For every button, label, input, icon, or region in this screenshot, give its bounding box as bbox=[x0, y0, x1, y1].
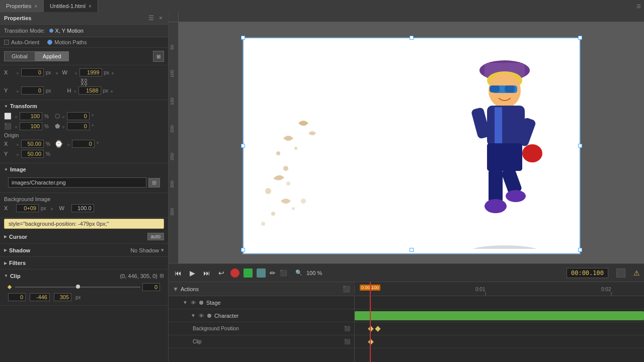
handle-top-left[interactable] bbox=[241, 36, 245, 40]
shadow-arrow: ▶ bbox=[4, 248, 7, 252]
cursor-section: ▶ Cursor auto bbox=[0, 230, 168, 244]
auto-orient-checkbox[interactable] bbox=[4, 40, 9, 45]
panel-close-btn[interactable]: × bbox=[157, 14, 164, 22]
shadow-dropdown[interactable]: ▾ bbox=[161, 247, 164, 253]
applied-btn[interactable]: Applied bbox=[35, 51, 69, 61]
clip-slider[interactable] bbox=[15, 287, 140, 288]
stage-eye[interactable]: 👁 bbox=[191, 300, 196, 306]
tab-document-close[interactable]: × bbox=[89, 4, 92, 9]
origin-arrows2: ⬦ bbox=[67, 141, 70, 147]
clip-right: (0, 446, 305, 0) ⊞ bbox=[120, 273, 164, 279]
view-options-btn[interactable]: ⊞ bbox=[153, 51, 164, 62]
xywh-row2: Y ⬦ px H ⬦ px ⬦ bbox=[4, 86, 164, 95]
svg-point-43 bbox=[294, 147, 297, 150]
track-stage[interactable]: ▼ 👁 Stage bbox=[169, 296, 354, 309]
scale-y-input[interactable] bbox=[20, 122, 42, 130]
panel-menu-icon[interactable]: ☰ bbox=[633, 0, 644, 12]
clip-values-row: px bbox=[4, 292, 164, 302]
origin-x-input[interactable] bbox=[21, 140, 44, 148]
handle-bot-mid[interactable] bbox=[410, 248, 414, 252]
global-btn[interactable]: Global bbox=[4, 51, 35, 61]
transform-header[interactable]: ▼ Transform bbox=[4, 103, 164, 109]
forward-btn[interactable]: ⏭ bbox=[201, 268, 212, 278]
motion-paths-radio[interactable] bbox=[47, 40, 52, 45]
bg-x-unit: px bbox=[41, 206, 46, 211]
tab-properties-close[interactable]: × bbox=[34, 4, 37, 9]
clip-v3-input[interactable] bbox=[54, 293, 71, 301]
image-header[interactable]: ▼ Image bbox=[4, 166, 164, 172]
svg-text:50: 50 bbox=[170, 45, 175, 50]
y-input[interactable] bbox=[21, 86, 44, 95]
clip-val1-input[interactable] bbox=[142, 283, 160, 291]
expand-btn[interactable]: ⬛ bbox=[280, 269, 287, 277]
motion-paths-check[interactable]: Motion Paths bbox=[47, 39, 87, 45]
svg-point-42 bbox=[276, 151, 280, 155]
position-section: X ⬦ px ⬦ W ⬦ px ⬦ ⛓ Y ⬦ px H ⬦ bbox=[0, 65, 168, 100]
clip-v2-input[interactable] bbox=[30, 293, 50, 301]
origin-y-input[interactable] bbox=[21, 150, 44, 158]
stage-collapse[interactable]: ▼ bbox=[183, 300, 188, 305]
svg-rect-36 bbox=[487, 143, 522, 171]
char-collapse[interactable]: ▼ bbox=[191, 313, 196, 318]
scale-x-unit: % bbox=[44, 114, 49, 119]
timeline-tracks-container: ▼ 👁 Stage ▼ 👁 Character bbox=[169, 296, 644, 362]
h-label: H bbox=[67, 87, 71, 94]
skew2-arrows: ⬦ bbox=[62, 124, 65, 129]
panel-menu-btn[interactable]: ☰ bbox=[147, 14, 155, 22]
bg-pos-track-name: Background Position bbox=[193, 326, 239, 331]
char-eye[interactable]: 👁 bbox=[199, 313, 204, 319]
handle-bot-left[interactable] bbox=[241, 248, 245, 252]
origin-section: Origin X ⬦ % ⌚ ⬦ ° Y ⬦ % bbox=[4, 132, 164, 158]
tab-properties[interactable]: Properties × bbox=[0, 0, 44, 12]
handle-top-right[interactable] bbox=[578, 36, 582, 40]
svg-point-49 bbox=[301, 199, 306, 204]
green-btn[interactable] bbox=[244, 268, 253, 278]
w-input[interactable] bbox=[79, 68, 102, 76]
clip-expand[interactable]: ⬛ bbox=[344, 339, 350, 344]
ruler-horizontal: 50 100 150 200 250 300 350 400 450 500 bbox=[169, 12, 644, 22]
character-svg bbox=[439, 53, 550, 249]
play-btn[interactable]: ▶ bbox=[188, 268, 197, 278]
origin-y-label: Y bbox=[4, 151, 14, 157]
svg-text:300: 300 bbox=[170, 180, 175, 188]
origin-rot-input[interactable] bbox=[72, 140, 95, 148]
timeline-collapse[interactable]: ▼ bbox=[173, 286, 179, 293]
track-bg-pos: Background Position ⬛ bbox=[169, 322, 354, 335]
tab-properties-label: Properties bbox=[6, 3, 31, 9]
x-input[interactable] bbox=[21, 68, 44, 76]
cursor-auto-btn[interactable]: auto bbox=[147, 233, 164, 240]
handle-top-mid[interactable] bbox=[410, 36, 414, 40]
teal-btn[interactable] bbox=[257, 268, 266, 278]
rewind-btn[interactable]: ⏮ bbox=[173, 268, 184, 278]
edit-icon-btn[interactable]: ✏ bbox=[270, 269, 276, 277]
handle-mid-left[interactable] bbox=[241, 144, 245, 148]
time-options[interactable] bbox=[616, 268, 625, 278]
clip-v1-input[interactable] bbox=[8, 293, 26, 301]
tab-document[interactable]: Untitled-1.html × bbox=[44, 0, 98, 12]
clip-diamond1 bbox=[8, 285, 12, 289]
canvas-area: 50 100 150 200 250 300 350 bbox=[169, 22, 644, 263]
undo-btn[interactable]: ↩ bbox=[216, 268, 226, 278]
bg-x-input[interactable] bbox=[16, 204, 39, 212]
image-browse-btn[interactable]: ⊞ bbox=[148, 178, 160, 188]
skew-input[interactable] bbox=[67, 122, 90, 130]
rotation-input[interactable] bbox=[67, 112, 90, 120]
image-path-input[interactable] bbox=[8, 177, 146, 188]
scale-x-input[interactable] bbox=[20, 112, 42, 120]
track-character[interactable]: ▼ 👁 Character bbox=[169, 309, 354, 322]
skew-icon: ⬡ bbox=[55, 113, 60, 120]
timeline-expand-icon[interactable]: ⬛ bbox=[343, 286, 350, 293]
h-input[interactable] bbox=[78, 86, 101, 95]
handle-mid-right[interactable] bbox=[578, 144, 582, 148]
track-clip: Clip ⬛ bbox=[169, 335, 354, 348]
svg-rect-37 bbox=[489, 168, 503, 204]
clip-options[interactable]: ⊞ bbox=[159, 273, 164, 279]
bg-pos-expand[interactable]: ⬛ bbox=[344, 326, 350, 331]
auto-orient-check[interactable]: Auto-Orient bbox=[4, 39, 39, 45]
handle-bot-right[interactable] bbox=[578, 248, 582, 252]
record-btn[interactable] bbox=[230, 268, 239, 278]
svg-point-45 bbox=[265, 188, 271, 194]
bg-w-input[interactable] bbox=[71, 204, 94, 212]
shadow-section: ▶ Shadow No Shadow ▾ bbox=[0, 244, 168, 257]
svg-text:150: 150 bbox=[170, 98, 175, 105]
